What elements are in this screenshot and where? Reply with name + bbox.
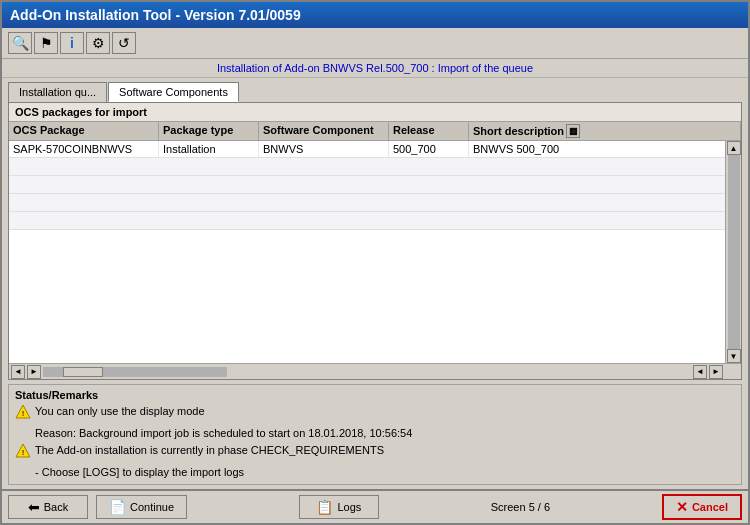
panel-header: OCS packages for import bbox=[9, 103, 741, 122]
table-row-empty4 bbox=[9, 212, 741, 230]
col-header-desc: Short description ▦ bbox=[469, 122, 741, 140]
continue-button[interactable]: 📄 Continue bbox=[96, 495, 187, 519]
table-row-empty3 bbox=[9, 194, 741, 212]
info-button[interactable]: i bbox=[60, 32, 84, 54]
status-title: Status/Remarks bbox=[15, 389, 735, 401]
scroll-up-arrow[interactable]: ▲ bbox=[727, 141, 741, 155]
back-button[interactable]: ⬅ Back bbox=[8, 495, 88, 519]
bottom-toolbar: ⬅ Back 📄 Continue 📋 Logs Screen 5 / 6 ✕ … bbox=[2, 489, 748, 523]
warning-icon-2: ! bbox=[15, 443, 31, 463]
cell-component: BNWVS bbox=[259, 141, 389, 157]
cancel-button[interactable]: ✕ Cancel bbox=[662, 494, 742, 520]
window-title: Add-On Installation Tool - Version 7.01/… bbox=[10, 7, 301, 23]
cancel-icon: ✕ bbox=[676, 499, 688, 515]
title-bar: Add-On Installation Tool - Version 7.01/… bbox=[2, 2, 748, 28]
tab-installation-queue[interactable]: Installation qu... bbox=[8, 82, 107, 102]
main-content: OCS packages for import OCS Package Pack… bbox=[2, 102, 748, 489]
status-reason-2: - Choose [LOGS] to display the import lo… bbox=[15, 465, 735, 480]
refresh-button[interactable]: ↺ bbox=[112, 32, 136, 54]
cell-type: Installation bbox=[159, 141, 259, 157]
table-panel: OCS packages for import OCS Package Pack… bbox=[8, 102, 742, 380]
toolbar: 🔍 ⚑ i ⚙ ↺ bbox=[2, 28, 748, 59]
warning-icon-1: ! bbox=[15, 404, 31, 424]
table-row-empty bbox=[9, 158, 741, 176]
info-text: Installation of Add-on BNWVS Rel.500_700… bbox=[217, 62, 533, 74]
main-window: Add-On Installation Tool - Version 7.01/… bbox=[0, 0, 750, 525]
scroll-right-arrow2[interactable]: ► bbox=[709, 365, 723, 379]
col-header-type: Package type bbox=[159, 122, 259, 140]
status-message-2: The Add-on installation is currently in … bbox=[35, 443, 384, 458]
table-header: OCS Package Package type Software Compon… bbox=[9, 122, 741, 141]
logs-button[interactable]: 📋 Logs bbox=[299, 495, 379, 519]
col-header-release: Release bbox=[389, 122, 469, 140]
cancel-label: Cancel bbox=[692, 501, 728, 513]
flag-button[interactable]: ⚑ bbox=[34, 32, 58, 54]
cell-package: SAPK-570COINBNWVS bbox=[9, 141, 159, 157]
status-message-1: You can only use the display mode bbox=[35, 404, 205, 419]
scroll-left-arrow1[interactable]: ◄ bbox=[11, 365, 25, 379]
zoom-button[interactable]: 🔍 bbox=[8, 32, 32, 54]
logs-icon: 📋 bbox=[316, 499, 333, 515]
left-h-scroll: ◄ ► bbox=[9, 365, 229, 379]
back-icon: ⬅ bbox=[28, 499, 40, 515]
cell-description: BNWVS 500_700 bbox=[469, 141, 741, 157]
status-row-1: ! You can only use the display mode bbox=[15, 404, 735, 424]
scroll-down-arrow[interactable]: ▼ bbox=[727, 349, 741, 363]
right-h-scroll: ◄ ► bbox=[665, 365, 725, 379]
info-bar: Installation of Add-on BNWVS Rel.500_700… bbox=[2, 59, 748, 78]
continue-label: Continue bbox=[130, 501, 174, 513]
tab-label-software: Software Components bbox=[119, 86, 228, 98]
h-scroll-track1 bbox=[43, 367, 227, 377]
logs-label: Logs bbox=[337, 501, 361, 513]
scroll-right-arrow1[interactable]: ► bbox=[27, 365, 41, 379]
tab-label-installation: Installation qu... bbox=[19, 86, 96, 98]
screen-info: Screen 5 / 6 bbox=[491, 501, 550, 513]
tab-software-components[interactable]: Software Components bbox=[108, 82, 239, 102]
back-label: Back bbox=[44, 501, 68, 513]
status-row-2: ! The Add-on installation is currently i… bbox=[15, 443, 735, 463]
h-scroll-thumb1[interactable] bbox=[63, 367, 103, 377]
status-panel: Status/Remarks ! You can only use the di… bbox=[8, 384, 742, 485]
panel-header-text: OCS packages for import bbox=[15, 106, 147, 118]
table-row-empty2 bbox=[9, 176, 741, 194]
horizontal-scrollbar-area: ◄ ► ◄ ► bbox=[9, 363, 741, 379]
table-body: SAPK-570COINBNWVS Installation BNWVS 500… bbox=[9, 141, 741, 363]
vertical-scrollbar[interactable]: ▲ ▼ bbox=[725, 141, 741, 363]
v-scroll-track bbox=[728, 155, 740, 349]
settings-button[interactable]: ⚙ bbox=[86, 32, 110, 54]
scroll-left-arrow2[interactable]: ◄ bbox=[693, 365, 707, 379]
table-row[interactable]: SAPK-570COINBNWVS Installation BNWVS 500… bbox=[9, 141, 741, 158]
column-settings-icon[interactable]: ▦ bbox=[566, 124, 580, 138]
continue-icon: 📄 bbox=[109, 499, 126, 515]
cell-release: 500_700 bbox=[389, 141, 469, 157]
svg-text:!: ! bbox=[22, 448, 25, 457]
tab-bar: Installation qu... Software Components bbox=[2, 78, 748, 102]
svg-text:!: ! bbox=[22, 409, 25, 418]
col-header-package: OCS Package bbox=[9, 122, 159, 140]
status-reason-1: Reason: Background import job is schedul… bbox=[15, 426, 735, 441]
col-header-component: Software Component bbox=[259, 122, 389, 140]
